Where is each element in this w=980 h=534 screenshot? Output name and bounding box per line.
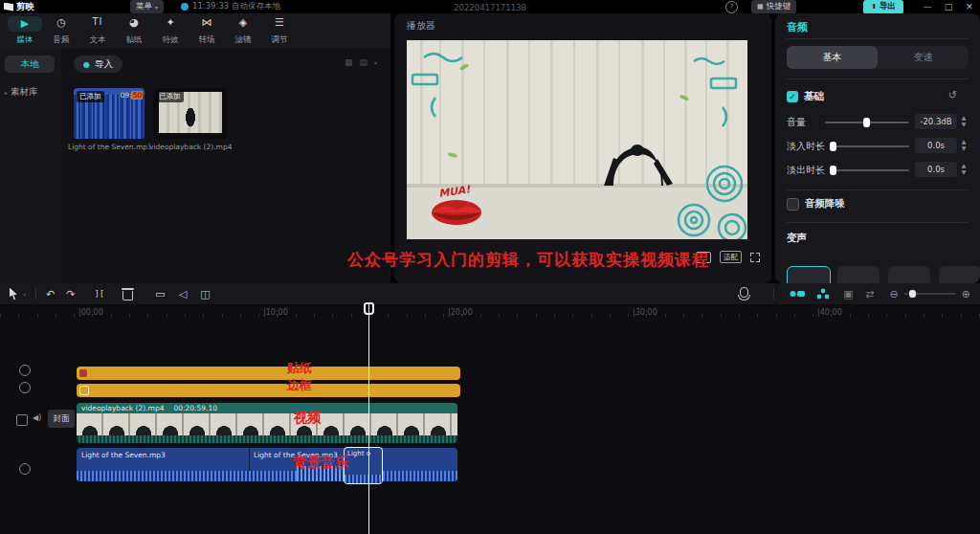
tab-text[interactable]: TI 文本 bbox=[80, 16, 115, 46]
main-track-magnet-icon[interactable] bbox=[790, 289, 805, 299]
cover-button[interactable]: 封面 bbox=[48, 410, 75, 428]
fade-in-slider[interactable] bbox=[831, 145, 909, 147]
titlebar-right: ? ▦ 快捷键 ⬆ 导出 — □ ✕ bbox=[725, 0, 980, 13]
playhead-line[interactable] bbox=[368, 302, 369, 534]
music-clip-selected[interactable]: Light o bbox=[344, 447, 383, 484]
fade-out-slider[interactable] bbox=[831, 169, 909, 171]
media-item-video[interactable]: 已添加 videoplayback (2).mp4 bbox=[153, 88, 228, 155]
help-icon[interactable]: ? bbox=[725, 1, 738, 13]
import-button[interactable]: ● 导入 bbox=[74, 56, 122, 73]
tab-effects[interactable]: ✦ 特效 bbox=[153, 16, 188, 46]
ribbon: ▶ 媒体 ◷ 音频 TI 文本 ◕ 贴纸 ✦ 特效 ⋈ 转场 bbox=[0, 13, 390, 48]
border-clip[interactable] bbox=[77, 384, 460, 397]
fit-button[interactable]: 适配 bbox=[720, 251, 742, 263]
fullscreen-icon[interactable] bbox=[750, 253, 760, 262]
import-icon: ● bbox=[83, 60, 90, 69]
voice-option-4[interactable] bbox=[939, 266, 980, 283]
audio-track-toggle-icon[interactable] bbox=[19, 463, 31, 475]
audio-icon: ◷ bbox=[44, 16, 78, 32]
preview-axis-icon[interactable]: ⇄ bbox=[865, 288, 874, 300]
timeline-zoom-slider[interactable] bbox=[904, 293, 956, 295]
delete-icon[interactable] bbox=[122, 288, 134, 300]
basic-label: 基础 bbox=[804, 90, 824, 103]
video-clip[interactable]: videoplayback (2).mp4 00:20:59.10 bbox=[77, 403, 457, 443]
volume-value[interactable]: -20.3dB bbox=[915, 114, 957, 129]
player-title: 播放器 bbox=[407, 19, 435, 33]
duration-label: 09:50 bbox=[120, 91, 143, 100]
timeline-ruler[interactable]: |00:00 |10:00 |20:00 |30:00 |40:00 bbox=[0, 305, 980, 318]
fade-out-stepper[interactable]: ▲ ▼ bbox=[959, 162, 969, 177]
auto-snap-icon[interactable] bbox=[816, 288, 830, 300]
toolbar-divider bbox=[773, 288, 774, 300]
voice-option-2[interactable] bbox=[837, 266, 880, 283]
chevron-down-icon: ▾ bbox=[155, 4, 158, 11]
tab-speed[interactable]: 变速 bbox=[878, 46, 969, 69]
export-button[interactable]: ⬆ 导出 bbox=[863, 0, 903, 14]
video-track-toggle-icon[interactable] bbox=[16, 414, 28, 426]
reverse-icon[interactable]: ◁ bbox=[179, 288, 187, 300]
border-track-toggle-icon[interactable] bbox=[19, 382, 31, 393]
video-clip-audio-graphic bbox=[77, 435, 457, 443]
volume-slider-thumb[interactable] bbox=[863, 118, 870, 127]
music-clip[interactable]: Light of the Seven.mp3 Light of the Seve… bbox=[77, 448, 457, 481]
project-title: 20220417171138 bbox=[454, 3, 526, 12]
stepper-down-icon[interactable]: ▼ bbox=[959, 169, 969, 176]
shortcuts-button[interactable]: ▦ 快捷键 bbox=[751, 0, 796, 13]
linkage-icon[interactable]: ▣ bbox=[843, 288, 853, 300]
menu-button[interactable]: 菜单▾ bbox=[130, 0, 164, 13]
voice-change-label: 变声 bbox=[787, 232, 807, 245]
volume-slider[interactable] bbox=[825, 122, 909, 123]
tab-media[interactable]: ▶ 媒体 bbox=[8, 16, 42, 46]
stepper-down-icon[interactable]: ▼ bbox=[959, 145, 969, 152]
fade-in-slider-thumb[interactable] bbox=[830, 142, 836, 151]
fade-out-slider-thumb[interactable] bbox=[830, 166, 836, 175]
voice-option-3[interactable] bbox=[888, 266, 930, 283]
stepper-down-icon[interactable]: ▼ bbox=[959, 122, 969, 128]
split-icon[interactable]: ][ bbox=[94, 289, 104, 299]
zoom-out-icon[interactable]: ⊖ bbox=[890, 288, 899, 300]
fade-in-stepper[interactable]: ▲ ▼ bbox=[959, 138, 969, 153]
tab-basic[interactable]: 基本 bbox=[787, 46, 878, 69]
undo-icon[interactable]: ↶ bbox=[46, 288, 55, 300]
select-tool-caret-icon[interactable]: ▾ bbox=[23, 291, 26, 298]
media-content: ● 导入 ▦ ▤ ▾ 已添加 09:50 Light of the Seven.… bbox=[61, 48, 390, 283]
zoom-in-icon[interactable]: ⊕ bbox=[962, 288, 970, 300]
tab-transition[interactable]: ⋈ 转场 bbox=[189, 16, 224, 46]
denoise-checkbox[interactable] bbox=[787, 198, 799, 211]
tab-sticker[interactable]: ◕ 贴纸 bbox=[117, 16, 151, 46]
media-item-name: videoplayback (2).mp4 bbox=[149, 143, 232, 151]
sort-caret-icon[interactable]: ▾ bbox=[374, 59, 377, 66]
basic-checkbox[interactable]: ✓ bbox=[787, 91, 798, 102]
annotation-music-track: 背景音乐 bbox=[293, 454, 348, 472]
mute-original-icon[interactable]: ◀) bbox=[33, 413, 41, 422]
reset-icon[interactable]: ↺ bbox=[948, 89, 957, 101]
list-view-icon[interactable]: ▤ bbox=[359, 57, 368, 67]
redo-icon[interactable]: ↷ bbox=[66, 288, 75, 300]
voice-option-selected[interactable] bbox=[787, 266, 831, 283]
close-button[interactable]: ✕ bbox=[959, 2, 980, 11]
tab-adjust[interactable]: ☰ 调节 bbox=[262, 16, 297, 46]
playhead-handle[interactable] bbox=[364, 302, 374, 315]
minimize-button[interactable]: — bbox=[917, 2, 938, 11]
sticker-track-toggle-icon[interactable] bbox=[19, 365, 31, 376]
capcut-window: 剪映 菜单▾ 11:39:33 自动保存本地 20220417171138 ? … bbox=[0, 0, 980, 534]
select-tool-icon[interactable] bbox=[10, 288, 19, 300]
tab-audio[interactable]: ◷ 音频 bbox=[44, 16, 78, 46]
sidebar-item-local[interactable]: 本地 bbox=[5, 56, 55, 73]
zoom-slider-thumb[interactable] bbox=[909, 290, 916, 298]
sticker-clip[interactable] bbox=[77, 367, 460, 380]
fade-in-value[interactable]: 0.0s bbox=[915, 138, 957, 153]
media-item-audio[interactable]: 已添加 09:50 Light of the Seven.mp3 bbox=[74, 88, 145, 155]
record-voiceover-icon[interactable] bbox=[738, 287, 750, 300]
grid-view-icon[interactable]: ▦ bbox=[345, 57, 353, 67]
sidebar-item-library[interactable]: ▸ 素材库 bbox=[5, 86, 38, 99]
mirror-icon[interactable]: ◫ bbox=[200, 288, 210, 300]
freeze-frame-icon[interactable]: ▭ bbox=[155, 288, 165, 300]
fade-out-value[interactable]: 0.0s bbox=[915, 162, 957, 177]
annotation-sticker-track: 贴纸 bbox=[287, 360, 312, 377]
video-preview[interactable]: MUA! bbox=[407, 40, 747, 239]
volume-stepper[interactable]: ▲ ▼ bbox=[959, 114, 969, 129]
tab-filter[interactable]: ◈ 滤镜 bbox=[226, 16, 260, 46]
border-clip-icon bbox=[79, 386, 89, 395]
maximize-button[interactable]: □ bbox=[938, 2, 959, 11]
